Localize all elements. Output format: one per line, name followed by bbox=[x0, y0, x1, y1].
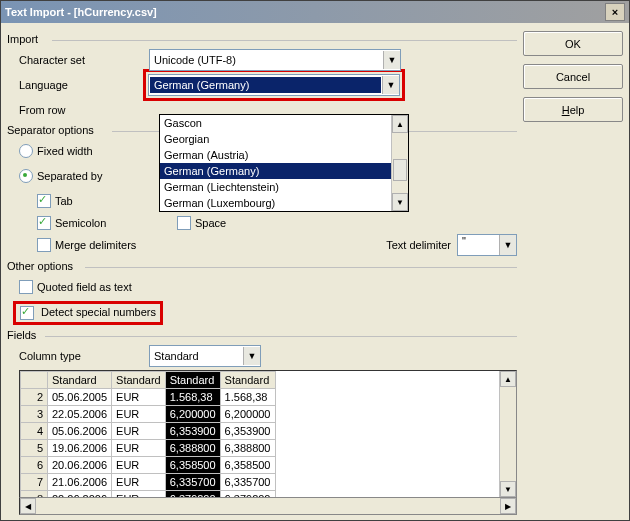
language-option[interactable]: German (Austria) bbox=[160, 147, 408, 163]
titlebar: Text Import - [hCurrency.csv] × bbox=[1, 1, 629, 23]
semicolon-checkbox[interactable] bbox=[37, 216, 51, 230]
charset-combo[interactable]: Unicode (UTF-8) ▼ bbox=[149, 49, 401, 71]
space-checkbox[interactable] bbox=[177, 216, 191, 230]
space-label: Space bbox=[195, 217, 226, 229]
language-dropdown[interactable]: GasconGeorgianGerman (Austria)German (Ge… bbox=[159, 114, 409, 212]
column-header[interactable]: Standard bbox=[112, 372, 166, 389]
quoted-checkbox[interactable] bbox=[19, 280, 33, 294]
cell[interactable]: EUR bbox=[112, 457, 166, 474]
cell[interactable]: 6.379200 bbox=[165, 491, 220, 498]
cell[interactable]: 1.568,38 bbox=[220, 389, 275, 406]
column-header[interactable]: Standard bbox=[220, 372, 275, 389]
group-fields: Fields bbox=[7, 329, 517, 341]
semicolon-label: Semicolon bbox=[55, 217, 106, 229]
cell[interactable]: 6,388800 bbox=[165, 440, 220, 457]
text-delimiter-label: Text delimiterText delimiter bbox=[386, 239, 451, 251]
preview-grid[interactable]: StandardStandardStandardStandard205.06.2… bbox=[19, 370, 517, 498]
detect-numbers-label: Detect special numbers bbox=[41, 306, 156, 318]
scroll-up-icon[interactable]: ▲ bbox=[500, 371, 516, 387]
group-import: Import bbox=[7, 33, 517, 45]
language-label: Language bbox=[19, 79, 149, 91]
language-option[interactable]: German (Germany) bbox=[160, 163, 408, 179]
preview-hscroll[interactable]: ◀ ▶ bbox=[19, 498, 517, 515]
table-row: 205.06.2005EUR1.568,381.568,38 bbox=[21, 389, 276, 406]
quoted-label: Quoted field as text bbox=[37, 281, 132, 293]
ok-button[interactable]: OK bbox=[523, 31, 623, 56]
language-combo[interactable]: German (Germany) ▼ bbox=[148, 74, 400, 96]
close-button[interactable]: × bbox=[605, 3, 625, 21]
cell[interactable]: 22.06.2006 bbox=[48, 491, 112, 498]
cell[interactable]: EUR bbox=[112, 440, 166, 457]
cell[interactable]: 6,335700 bbox=[220, 474, 275, 491]
scroll-right-icon[interactable]: ▶ bbox=[500, 498, 516, 514]
scroll-left-icon[interactable]: ◀ bbox=[20, 498, 36, 514]
tab-label: TabTab bbox=[55, 195, 73, 207]
language-option[interactable]: Georgian bbox=[160, 131, 408, 147]
table-row: 620.06.2006EUR6,3585006,358500 bbox=[21, 457, 276, 474]
language-option[interactable]: German (Liechtenstein) bbox=[160, 179, 408, 195]
cell[interactable]: 21.06.2006 bbox=[48, 474, 112, 491]
cell[interactable]: 05.06.2006 bbox=[48, 423, 112, 440]
chevron-down-icon[interactable]: ▼ bbox=[243, 347, 260, 365]
highlight-detect: Detect special numbers bbox=[13, 301, 163, 325]
highlight-language: German (Germany) ▼ bbox=[143, 69, 405, 101]
column-header[interactable]: Standard bbox=[48, 372, 112, 389]
scroll-down-icon[interactable]: ▼ bbox=[500, 481, 516, 497]
cell[interactable]: 19.06.2006 bbox=[48, 440, 112, 457]
cell[interactable]: EUR bbox=[112, 491, 166, 498]
cell[interactable]: 6,200000 bbox=[220, 406, 275, 423]
cell[interactable]: 6,353900 bbox=[165, 423, 220, 440]
table-row: 822.06.2006EUR6.3792006.379200 bbox=[21, 491, 276, 498]
cell[interactable]: 6,335700 bbox=[165, 474, 220, 491]
help-button[interactable]: HelpHelp bbox=[523, 97, 623, 122]
text-delimiter-combo[interactable]: " ▼ bbox=[457, 234, 517, 256]
scroll-up-icon[interactable]: ▲ bbox=[392, 115, 408, 133]
table-row: 322.05.2006EUR6,2000006,200000 bbox=[21, 406, 276, 423]
fixed-width-label: Fixed widthFixed width bbox=[37, 145, 93, 157]
chevron-down-icon[interactable]: ▼ bbox=[383, 51, 400, 69]
cell[interactable]: 6,353900 bbox=[220, 423, 275, 440]
cell[interactable]: 22.05.2006 bbox=[48, 406, 112, 423]
table-row: 721.06.2006EUR6,3357006,335700 bbox=[21, 474, 276, 491]
cell[interactable]: 6,200000 bbox=[165, 406, 220, 423]
merge-label: Merge delimiters bbox=[55, 239, 136, 251]
table-row: 519.06.2006EUR6,3888006,388800 bbox=[21, 440, 276, 457]
cell[interactable]: EUR bbox=[112, 389, 166, 406]
charset-label: CCharacter setharacter set bbox=[19, 54, 149, 66]
column-type-combo[interactable]: Standard ▼ bbox=[149, 345, 261, 367]
cancel-button[interactable]: Cancel bbox=[523, 64, 623, 89]
cell[interactable]: EUR bbox=[112, 406, 166, 423]
cell[interactable]: 05.06.2005 bbox=[48, 389, 112, 406]
cell[interactable]: 6,358500 bbox=[220, 457, 275, 474]
separated-by-label: Separated bySeparated by bbox=[37, 170, 102, 182]
dropdown-scrollbar[interactable]: ▲ ▼ bbox=[391, 115, 408, 211]
preview-vscroll[interactable]: ▲ ▼ bbox=[499, 371, 516, 497]
merge-checkbox[interactable] bbox=[37, 238, 51, 252]
cell[interactable]: 1.568,38 bbox=[165, 389, 220, 406]
window-title: Text Import - [hCurrency.csv] bbox=[5, 6, 605, 18]
cell[interactable]: 6,358500 bbox=[165, 457, 220, 474]
cell[interactable]: 20.06.2006 bbox=[48, 457, 112, 474]
cell[interactable]: EUR bbox=[112, 474, 166, 491]
scroll-thumb[interactable] bbox=[393, 159, 407, 181]
fixed-width-radio[interactable] bbox=[19, 144, 33, 158]
scroll-down-icon[interactable]: ▼ bbox=[392, 193, 408, 211]
cell[interactable]: 6.379200 bbox=[220, 491, 275, 498]
table-row: 405.06.2006EUR6,3539006,353900 bbox=[21, 423, 276, 440]
detect-numbers-checkbox[interactable] bbox=[20, 306, 34, 320]
tab-checkbox[interactable] bbox=[37, 194, 51, 208]
language-option[interactable]: Gascon bbox=[160, 115, 408, 131]
chevron-down-icon[interactable]: ▼ bbox=[382, 76, 399, 94]
fromrow-label: From row bbox=[19, 104, 149, 116]
language-option[interactable]: German (Luxembourg) bbox=[160, 195, 408, 211]
dialog-text-import: Text Import - [hCurrency.csv] × Import C… bbox=[0, 0, 630, 521]
chevron-down-icon[interactable]: ▼ bbox=[499, 235, 516, 255]
cell[interactable]: 6,388800 bbox=[220, 440, 275, 457]
cell[interactable]: EUR bbox=[112, 423, 166, 440]
group-other: Other options bbox=[7, 260, 517, 272]
column-type-label: Column type bbox=[19, 350, 149, 362]
column-header[interactable]: Standard bbox=[165, 372, 220, 389]
separated-by-radio[interactable] bbox=[19, 169, 33, 183]
